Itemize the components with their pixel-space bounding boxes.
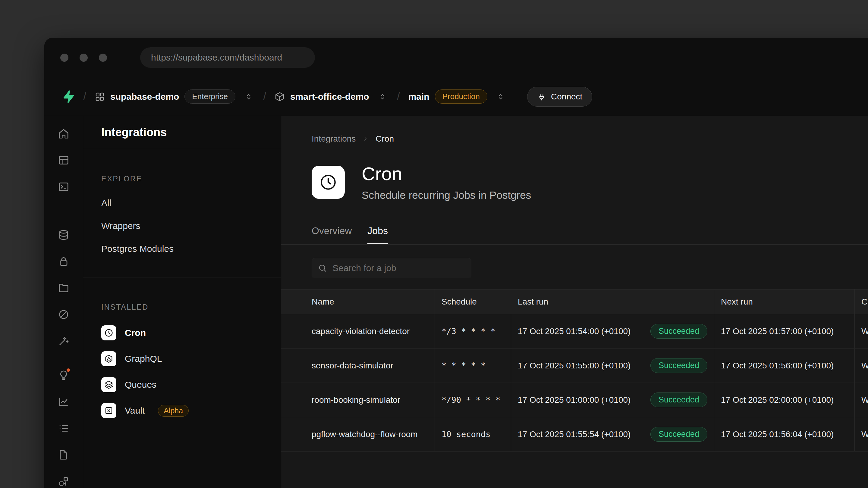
org-name: supabase-demo [110, 92, 179, 102]
clock-icon [101, 325, 116, 340]
chevrons-up-down-icon [244, 93, 253, 101]
database-icon[interactable] [53, 224, 74, 246]
home-icon[interactable] [53, 123, 74, 144]
breadcrumb-integrations[interactable]: Integrations [312, 134, 355, 144]
project-switcher[interactable]: smart-office-demo [275, 92, 369, 102]
alpha-badge: Alpha [158, 405, 189, 417]
url-bar[interactable]: https://supabase.com/dashboard [140, 47, 315, 68]
page-header: Cron Schedule recurring Jobs in Postgres [281, 163, 868, 201]
edge-functions-icon[interactable] [53, 304, 74, 325]
main-content: Integrations Cron Cron Schedule recurrin… [281, 116, 868, 488]
integrations-sidebar: Integrations EXPLORE All Wrappers Postgr… [83, 116, 281, 488]
table-row[interactable]: sensor-data-simulator * * * * * 17 Oct 2… [281, 349, 868, 383]
job-last-run-cell: 17 Oct 2025 01:00:00 (+0100) Succeeded [511, 383, 714, 417]
project-name: smart-office-demo [290, 92, 369, 102]
status-badge: Succeeded [650, 427, 707, 442]
tab-jobs[interactable]: Jobs [367, 225, 388, 244]
sidebar-item-graphql[interactable]: GraphQL [101, 351, 263, 366]
job-name-cell: sensor-data-simulator [281, 349, 435, 383]
api-docs-icon[interactable] [53, 444, 74, 466]
table-header-row: Name Schedule Last run Next run C [281, 289, 868, 314]
advisors-icon[interactable] [53, 364, 74, 386]
column-header-name: Name [281, 290, 435, 314]
column-header-schedule: Schedule [435, 290, 511, 314]
breadcrumb: Integrations Cron [281, 116, 868, 144]
job-next-run-cell: 17 Oct 2025 01:57:00 (+0100) [714, 314, 855, 348]
branch-switcher[interactable]: main Production [408, 90, 487, 104]
sidebar-item-label: Vault [125, 405, 145, 416]
app-top-nav: / supabase-demo Enterprise / smart-offic… [44, 77, 868, 116]
window-close-button[interactable] [60, 54, 68, 62]
last-run-time: 17 Oct 2025 01:55:00 (+0100) [518, 361, 630, 370]
table-row[interactable]: pgflow-watchdog--flow-room 10 seconds 17… [281, 417, 868, 452]
sidebar-item-queues[interactable]: Queues [101, 377, 263, 392]
table-row[interactable]: room-booking-simulator */90 * * * * 17 O… [281, 383, 868, 417]
window-maximize-button[interactable] [99, 54, 107, 62]
graphql-icon [101, 351, 116, 366]
status-badge: Succeeded [650, 324, 707, 338]
connect-button-label: Connect [551, 92, 582, 101]
integrations-icon[interactable] [53, 470, 74, 488]
installed-section-label: INSTALLED [101, 303, 263, 312]
nav-rail [44, 116, 83, 488]
connect-button[interactable]: Connect [527, 87, 592, 107]
vault-icon [101, 403, 116, 418]
authentication-icon[interactable] [53, 251, 74, 272]
tab-overview[interactable]: Overview [312, 225, 352, 244]
job-name-cell: room-booking-simulator [281, 383, 435, 417]
window-minimize-button[interactable] [80, 54, 88, 62]
sidebar-divider [83, 277, 281, 278]
search-input[interactable] [333, 263, 465, 273]
org-plan-badge: Enterprise [184, 90, 236, 104]
sidebar-item-label: Cron [125, 328, 146, 338]
reports-icon[interactable] [53, 391, 74, 413]
job-name-cell: capacity-violation-detector [281, 314, 435, 348]
job-last-run-cell: 17 Oct 2025 01:55:54 (+0100) Succeeded [511, 417, 714, 451]
job-next-run-cell: 17 Oct 2025 02:00:00 (+0100) [714, 383, 855, 417]
storage-icon[interactable] [53, 277, 74, 299]
logs-icon[interactable] [53, 418, 74, 439]
sidebar-item-wrappers[interactable]: Wrappers [101, 221, 263, 231]
url-text: https://supabase.com/dashboard [151, 53, 282, 63]
status-badge: Succeeded [650, 392, 707, 407]
branch-name: main [408, 92, 430, 102]
page-subtitle: Schedule recurring Jobs in Postgres [362, 189, 531, 201]
supabase-logo-icon [61, 90, 75, 104]
job-name-cell: pgflow-watchdog--flow-room [281, 417, 435, 451]
job-command-cell: WI [855, 383, 868, 417]
nav-divider: / [263, 90, 266, 103]
sidebar-item-cron[interactable]: Cron [101, 325, 263, 340]
chevrons-up-down-icon [496, 93, 505, 101]
column-header-last-run: Last run [511, 290, 714, 314]
table-editor-icon[interactable] [53, 150, 74, 171]
sidebar-item-vault[interactable]: Vault Alpha [101, 403, 263, 418]
breadcrumb-cron: Cron [375, 134, 394, 144]
page-title: Cron [362, 163, 531, 184]
package-icon [275, 92, 285, 102]
last-run-time: 17 Oct 2025 01:55:54 (+0100) [518, 429, 630, 439]
jobs-table: Name Schedule Last run Next run C capaci… [281, 289, 868, 452]
job-schedule-cell: * * * * * [435, 349, 511, 383]
org-switcher[interactable]: supabase-demo Enterprise [95, 90, 236, 104]
job-last-run-cell: 17 Oct 2025 01:55:00 (+0100) Succeeded [511, 349, 714, 383]
column-header-command: C [855, 290, 868, 314]
job-next-run-cell: 17 Oct 2025 01:56:00 (+0100) [714, 349, 855, 383]
sql-editor-icon[interactable] [53, 176, 74, 198]
sidebar-item-postgres-modules[interactable]: Postgres Modules [101, 244, 263, 254]
job-next-run-cell: 17 Oct 2025 01:56:04 (+0100) [714, 417, 855, 451]
table-row[interactable]: capacity-violation-detector */3 * * * * … [281, 314, 868, 349]
chevron-right-icon [362, 135, 369, 142]
advisors-notification-dot [66, 367, 71, 372]
sidebar-item-label: Queues [125, 380, 156, 390]
cron-app-icon [312, 166, 345, 199]
status-badge: Succeeded [650, 358, 707, 373]
plug-icon [537, 92, 546, 101]
job-command-cell: WI [855, 417, 868, 451]
sidebar-item-all[interactable]: All [101, 198, 263, 208]
project-selector-button[interactable] [376, 91, 389, 103]
branch-selector-button[interactable] [495, 91, 507, 103]
realtime-icon[interactable] [53, 330, 74, 352]
org-selector-button[interactable] [243, 91, 255, 103]
browser-window: https://supabase.com/dashboard / supabas… [44, 38, 868, 488]
last-run-time: 17 Oct 2025 01:54:00 (+0100) [518, 327, 630, 336]
